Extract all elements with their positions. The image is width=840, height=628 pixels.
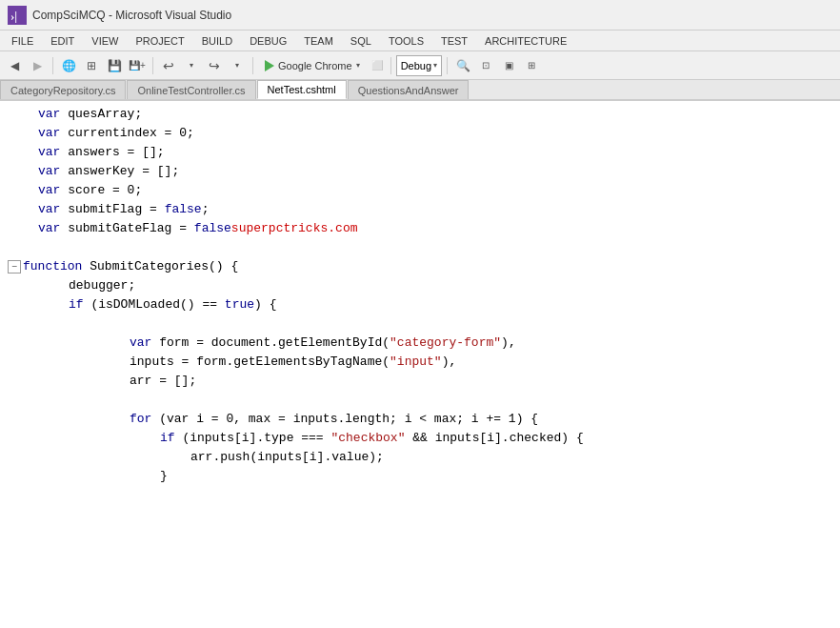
menu-test[interactable]: TEST [433, 33, 475, 49]
code-line-7: var submitGateFlag = falsesuperpctricks.… [0, 219, 840, 238]
config-chevron-icon: ▾ [433, 61, 437, 70]
fold-icon[interactable]: − [8, 260, 21, 273]
back-button[interactable]: ◀ [4, 55, 25, 76]
toolbar-sep-3 [252, 57, 253, 74]
redo-dropdown[interactable]: ▾ [227, 55, 248, 76]
redo-button[interactable]: ↪ [204, 55, 225, 76]
forward-button[interactable]: ▶ [27, 55, 48, 76]
tab-online-test-controller[interactable]: OnlineTestController.cs [127, 80, 255, 99]
run-button[interactable]: Google Chrome ▾ [258, 57, 367, 74]
code-line-blank-1 [0, 238, 840, 257]
run-label: Google Chrome [278, 60, 352, 71]
menu-view[interactable]: VIEW [84, 33, 126, 49]
menu-edit[interactable]: EDIT [43, 33, 82, 49]
toolbar-icon-6[interactable]: 🔍 [452, 55, 473, 76]
code-line-for: for (var i = 0, max = inputs.length; i <… [0, 410, 840, 429]
undo-button[interactable]: ↩ [158, 55, 179, 76]
code-line-inputs: inputs = form.getElementsByTagName("inpu… [0, 353, 840, 372]
browser-icon[interactable]: 🌐 [58, 55, 79, 76]
toolbar-sep-5 [447, 57, 448, 74]
menu-file[interactable]: FILE [4, 33, 41, 49]
code-line-var-form: var form = document.getElementById("cate… [0, 334, 840, 353]
toolbar-icon-9[interactable]: ⊞ [521, 55, 542, 76]
tab-category-repository[interactable]: CategoryRepository.cs [0, 80, 126, 99]
config-label: Debug [401, 60, 431, 71]
code-line-3: var answers = []; [0, 143, 840, 162]
code-line-close-if: } [0, 467, 840, 486]
menu-build[interactable]: BUILD [194, 33, 240, 49]
code-line-arr: arr = []; [0, 372, 840, 391]
toolbar-sep-1 [52, 57, 53, 74]
menubar: FILE EDIT VIEW PROJECT BUILD DEBUG TEAM … [0, 30, 840, 51]
code-line-if-dom: if (isDOMLoaded() == true) { [0, 295, 840, 314]
toolbar-btn-extra[interactable]: ⬜ [369, 55, 386, 76]
undo-dropdown[interactable]: ▾ [181, 55, 202, 76]
code-line-blank-3 [0, 391, 840, 410]
code-line-debugger: debugger; [0, 276, 840, 295]
svg-text:›|: ›| [10, 9, 17, 23]
code-line-blank-2 [0, 314, 840, 334]
code-line-function: − function SubmitCategories() { [0, 257, 840, 276]
tabbar: CategoryRepository.cs OnlineTestControll… [0, 80, 840, 101]
menu-debug[interactable]: DEBUG [242, 33, 294, 49]
code-line-4: var answerKey = []; [0, 162, 840, 181]
tab-questions-answers[interactable]: QuestionsAndAnswer [348, 80, 470, 99]
code-line-6: var submitFlag = false; [0, 200, 840, 219]
run-arrow-icon [265, 60, 274, 71]
menu-tools[interactable]: TOOLS [381, 33, 431, 49]
tab-net-test[interactable]: NetTest.cshtml [257, 80, 347, 99]
code-line-if-checkbox: if (inputs[i].type === "checkbox" && inp… [0, 429, 840, 448]
code-line-2: var currentindex = 0; [0, 124, 840, 143]
config-dropdown[interactable]: Debug ▾ [396, 55, 442, 76]
run-dropdown-icon: ▾ [356, 61, 360, 70]
toolbar: ◀ ▶ 🌐 ⊞ 💾 💾+ ↩ ▾ ↪ ▾ Google Chrome ▾ ⬜ D… [0, 51, 840, 80]
menu-team[interactable]: TEAM [296, 33, 341, 49]
toolbar-icon-7[interactable]: ⊡ [475, 55, 496, 76]
save-all-button[interactable]: 💾+ [127, 55, 148, 76]
code-line-arr-push: arr.push(inputs[i].value); [0, 448, 840, 467]
toolbar-sep-4 [390, 57, 391, 74]
toolbar-btn-2[interactable]: ⊞ [81, 55, 102, 76]
menu-sql[interactable]: SQL [343, 33, 379, 49]
toolbar-icon-8[interactable]: ▣ [498, 55, 519, 76]
code-editor: var quesArray; var currentindex = 0; var… [0, 101, 840, 628]
titlebar-title: CompSciMCQ - Microsoft Visual Studio [32, 9, 231, 22]
code-line-5: var score = 0; [0, 181, 840, 200]
code-line-1: var quesArray; [0, 105, 840, 124]
save-button[interactable]: 💾 [104, 55, 125, 76]
menu-architecture[interactable]: ARCHITECTURE [477, 33, 574, 49]
titlebar: ›| CompSciMCQ - Microsoft Visual Studio [0, 0, 840, 30]
toolbar-sep-2 [152, 57, 153, 74]
menu-project[interactable]: PROJECT [128, 33, 191, 49]
vs-logo-icon: ›| [8, 6, 27, 25]
